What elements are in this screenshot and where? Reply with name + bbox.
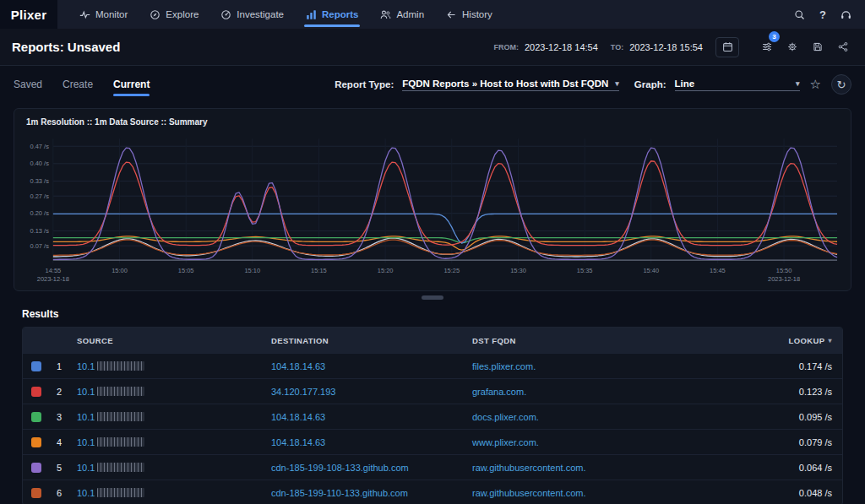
refresh-button[interactable]: ↻ <box>831 74 851 95</box>
calendar-button[interactable] <box>715 37 739 57</box>
nav-item-label: Explore <box>166 9 199 19</box>
table-row: 510.1cdn-185-199-108-133.github.comraw.g… <box>23 454 842 480</box>
nav-item-label: Admin <box>396 9 424 19</box>
dst-fqdn-cell: grafana.com. <box>472 387 744 397</box>
column-header-dst-fqdn[interactable]: DST FQDN <box>472 336 744 345</box>
dst-fqdn-cell: raw.githubusercontent.com. <box>472 463 744 473</box>
help-icon[interactable]: ? <box>819 8 826 21</box>
svg-text:0.27 /s: 0.27 /s <box>30 192 49 200</box>
report-config-controls: Report Type: FQDN Reports » Host to Host… <box>335 74 851 95</box>
source-link[interactable]: 10.1 <box>77 361 95 371</box>
series-color-swatch <box>31 488 41 498</box>
favorite-button[interactable]: ☆ <box>808 77 823 92</box>
source-link[interactable]: 10.1 <box>77 463 95 473</box>
to-value[interactable]: 2023-12-18 15:54 <box>629 42 703 52</box>
redacted-source-icon <box>97 387 144 396</box>
settings-button[interactable] <box>782 37 802 57</box>
redacted-source-icon <box>97 361 144 371</box>
svg-text:15:00: 15:00 <box>112 267 128 274</box>
save-button[interactable] <box>808 37 828 57</box>
save-floppy-icon <box>813 41 823 52</box>
destination-link[interactable]: 104.18.14.63 <box>271 412 325 422</box>
dst-fqdn-cell: raw.githubusercontent.com. <box>472 488 744 498</box>
chart-scrollbar-handle[interactable] <box>422 295 443 300</box>
filters-button[interactable]: 3 <box>757 37 777 57</box>
radar-icon <box>220 9 231 20</box>
app-logo[interactable]: Plixer <box>0 0 57 29</box>
column-header-destination[interactable]: DESTINATION <box>271 336 472 345</box>
nav-item-monitor[interactable]: Monitor <box>79 0 128 29</box>
share-nodes-icon <box>838 41 848 52</box>
arrow-left-icon <box>446 9 457 20</box>
results-table-body: 110.1104.18.14.63files.plixer.com.0.174 … <box>23 353 842 504</box>
headset-icon[interactable] <box>841 9 851 20</box>
svg-text:15:45: 15:45 <box>710 267 726 274</box>
search-icon[interactable] <box>794 9 805 20</box>
nav-utility-icons: ? <box>794 0 851 29</box>
filter-count-badge: 3 <box>769 31 780 42</box>
dst-fqdn-link[interactable]: docs.plixer.com. <box>472 412 539 422</box>
svg-text:15:05: 15:05 <box>178 267 194 274</box>
source-cell: 10.1 <box>77 412 271 422</box>
from-value[interactable]: 2023-12-18 14:54 <box>525 42 598 52</box>
svg-text:15:40: 15:40 <box>643 267 659 274</box>
svg-text:15:30: 15:30 <box>510 267 526 274</box>
column-header-lookup[interactable]: LOOKUP ▾ <box>744 336 832 345</box>
column-header-source[interactable]: SOURCE <box>77 336 271 345</box>
nav-item-label: Reports <box>322 9 358 19</box>
table-row: 210.134.120.177.193grafana.com.0.123 /s <box>23 378 842 404</box>
lookup-value: 0.174 /s <box>744 361 832 371</box>
destination-link[interactable]: cdn-185-199-108-133.github.com <box>271 463 409 473</box>
gear-icon <box>787 41 797 52</box>
nav-item-label: History <box>462 9 492 19</box>
report-header-bar: Reports: Unsaved FROM: 2023-12-18 14:54 … <box>0 29 865 66</box>
dst-fqdn-link[interactable]: files.plixer.com. <box>472 361 536 371</box>
row-index: 4 <box>57 437 77 447</box>
destination-link[interactable]: cdn-185-199-110-133.github.com <box>271 488 408 498</box>
svg-text:15:10: 15:10 <box>244 267 260 274</box>
redacted-source-icon <box>97 412 144 421</box>
chart-panel: 1m Resolution :: 1m Data Source :: Summa… <box>14 108 851 291</box>
nav-item-label: Monitor <box>95 9 128 19</box>
dst-fqdn-link[interactable]: raw.githubusercontent.com. <box>472 463 586 473</box>
dst-fqdn-cell: docs.plixer.com. <box>472 412 744 422</box>
destination-link[interactable]: 104.18.14.63 <box>271 361 325 371</box>
nav-item-reports[interactable]: Reports <box>306 0 358 29</box>
svg-text:0.20 /s: 0.20 /s <box>30 209 49 217</box>
lookup-value: 0.095 /s <box>744 412 832 422</box>
share-button[interactable] <box>833 37 853 57</box>
nav-item-explore[interactable]: Explore <box>150 0 199 29</box>
nav-item-history[interactable]: History <box>446 0 492 29</box>
tab-current[interactable]: Current <box>113 68 150 100</box>
source-link[interactable]: 10.1 <box>77 387 95 397</box>
report-type-select[interactable]: FQDN Reports » Host to Host with Dst FQD… <box>402 79 619 91</box>
dst-fqdn-link[interactable]: raw.githubusercontent.com. <box>472 488 586 498</box>
svg-text:0.07 /s: 0.07 /s <box>30 242 49 250</box>
destination-link[interactable]: 34.120.177.193 <box>271 387 335 397</box>
nav-item-investigate[interactable]: Investigate <box>220 0 284 29</box>
destination-link[interactable]: 104.18.14.63 <box>271 437 325 447</box>
line-chart-svg[interactable]: 0.47 /s0.40 /s0.33 /s0.27 /s0.20 /s0.13 … <box>21 133 844 289</box>
table-row: 610.1cdn-185-199-110-133.github.comraw.g… <box>23 480 842 504</box>
svg-text:15:25: 15:25 <box>443 267 460 274</box>
svg-text:14:55: 14:55 <box>46 267 62 274</box>
page-title: Reports: Unsaved <box>12 40 120 54</box>
svg-text:2023-12-18: 2023-12-18 <box>768 275 800 283</box>
series-color-swatch <box>31 437 41 447</box>
nav-item-admin[interactable]: Admin <box>380 0 424 29</box>
dst-fqdn-link[interactable]: grafana.com. <box>472 387 526 397</box>
table-row: 310.1104.18.14.63docs.plixer.com.0.095 /… <box>23 404 842 429</box>
graph-type-select[interactable]: Line ▾ <box>675 79 800 91</box>
dst-fqdn-link[interactable]: www.plixer.com. <box>472 437 539 447</box>
source-link[interactable]: 10.1 <box>77 412 95 422</box>
source-link[interactable]: 10.1 <box>77 437 95 447</box>
tab-create[interactable]: Create <box>63 68 93 100</box>
redacted-source-icon <box>97 437 144 447</box>
source-link[interactable]: 10.1 <box>77 488 95 498</box>
to-label: TO: <box>611 43 623 51</box>
svg-text:0.13 /s: 0.13 /s <box>30 227 49 235</box>
report-type-value: FQDN Reports » Host to Host with Dst FQD… <box>402 79 608 89</box>
tab-saved[interactable]: Saved <box>14 68 42 100</box>
svg-text:0.33 /s: 0.33 /s <box>30 177 49 185</box>
svg-text:0.47 /s: 0.47 /s <box>30 143 49 150</box>
